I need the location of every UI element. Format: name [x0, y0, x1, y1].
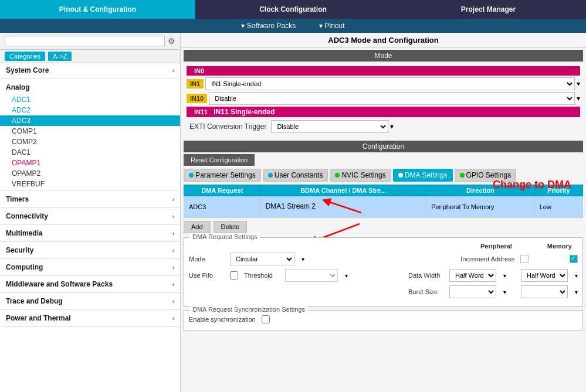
top-nav: Pinout & Configuration Clock Configurati… [0, 0, 586, 33]
sub-nav-pinout[interactable]: ▾ Pinout [319, 22, 344, 30]
tab-dot-parameter [189, 173, 194, 178]
dma-cell-priority: Low [534, 196, 582, 218]
burst-size-label: Burst Size [408, 288, 443, 295]
sidebar-item-adc2[interactable]: ADC2 [0, 105, 180, 115]
memory-data-width-select[interactable]: Half Word [521, 269, 568, 282]
sidebar-item-opamp1[interactable]: OPAMP1 [0, 158, 180, 168]
add-dma-button[interactable]: Add [184, 221, 211, 233]
memory-burst-chevron: ▾ [575, 289, 578, 295]
exti-select[interactable]: Disable [271, 120, 388, 133]
threshold-select[interactable] [285, 269, 338, 282]
tab-user-constants[interactable]: User Constants [263, 169, 328, 182]
peripheral-dw-chevron: ▾ [503, 272, 506, 279]
reset-config-button[interactable]: Reset Configuration [184, 154, 255, 166]
chevron-right-icon-security: › [172, 247, 174, 254]
mode-select[interactable]: Circular [230, 253, 294, 265]
sidebar-section-middleware[interactable]: Middleware and Software Packs › [0, 277, 180, 291]
burst-size-row: Burst Size ▾ ▾ [189, 285, 578, 298]
sidebar-content: System Core › Analog ADC1 ADC2 ADC3 COMP… [0, 63, 180, 392]
sidebar-item-opamp2[interactable]: OPAMP2 [0, 168, 180, 179]
settings-header-row: Peripheral Memory [189, 243, 578, 250]
table-row[interactable]: ADC3 DMA1 Stream 2 [184, 196, 583, 218]
sidebar-section-trace-debug[interactable]: Trace and Debug › [0, 294, 180, 308]
sidebar-section-timers[interactable]: Timers › [0, 192, 180, 206]
mode-chevron-icon[interactable]: ▾ [302, 256, 304, 263]
tab-clock-config[interactable]: Clock Configuration [195, 0, 391, 19]
sub-nav: ▾ Software Packs ▾ Pinout [0, 19, 586, 33]
exti-label: EXTI Conversion Trigger [189, 122, 266, 131]
chevron-right-icon: › [172, 67, 174, 74]
in11-pin: IN11 [191, 108, 211, 115]
tab-dma-settings[interactable]: DMA Settings [393, 169, 453, 182]
search-input[interactable] [5, 36, 165, 46]
dma-table-area: DMA Request BDMA Channel / DMA Stre... D… [184, 185, 583, 218]
sidebar-section-security[interactable]: Security › [0, 243, 180, 257]
sidebar-section-system-core[interactable]: System Core › [0, 63, 180, 77]
in1-row: IN1 IN1 Single-ended ▾ [187, 77, 580, 90]
exti-dropdown-chevron[interactable]: ▾ [390, 122, 394, 131]
tab-parameter-settings[interactable]: Parameter Settings [184, 169, 261, 182]
gear-icon[interactable]: ⚙ [168, 36, 175, 46]
content-title: ADC3 Mode and Configuration [181, 33, 586, 48]
delete-dma-button[interactable]: Delete [214, 221, 248, 233]
sidebar-search-bar: ⚙ [0, 33, 180, 50]
tab-categories[interactable]: Categories [5, 52, 45, 61]
sidebar-section-power-thermal[interactable]: Power and Thermal › [0, 311, 180, 325]
config-section-header: Configuration [184, 141, 583, 152]
in10-row: IN10 Disable ▾ [187, 92, 580, 105]
use-fifo-checkbox[interactable] [230, 271, 238, 279]
annotation-change-dma: Change to DMA [493, 179, 571, 191]
memory-burst-select[interactable] [521, 285, 568, 298]
sidebar-item-adc3[interactable]: ADC3 [0, 115, 180, 126]
tab-dot-user [268, 173, 273, 178]
dma-request-settings-box: DMA Request Settings Peripheral Memory M… [184, 237, 583, 307]
threshold-label: Threshold [244, 272, 279, 279]
peripheral-increment-checkbox[interactable] [520, 255, 529, 263]
sub-nav-software-packs[interactable]: ▾ Software Packs [241, 22, 296, 30]
sidebar-section-analog[interactable]: Analog [0, 80, 180, 94]
enable-sync-checkbox[interactable] [262, 315, 270, 323]
tab-project-manager[interactable]: Project Manager [391, 0, 586, 19]
peripheral-header: Peripheral [480, 243, 512, 250]
sidebar-item-dac1[interactable]: DAC1 [0, 147, 180, 158]
fifo-row: Use Fifo Threshold ▾ Data Width Half Wor… [189, 269, 578, 282]
tab-dot-gpio [460, 173, 465, 178]
tab-pinout-config[interactable]: Pinout & Configuration [0, 0, 195, 19]
exti-row: EXTI Conversion Trigger Disable ▾ [187, 119, 580, 134]
chevron-right-icon-middleware: › [172, 281, 174, 288]
dma-sync-settings-box: DMA Request Synchronization Settings Ena… [184, 310, 583, 331]
sidebar-item-adc1[interactable]: ADC1 [0, 94, 180, 105]
in10-select[interactable]: Disable [209, 92, 575, 105]
red-arrow-icon [320, 198, 367, 216]
enable-sync-label: Enable synchronization [189, 316, 256, 323]
in1-dropdown-chevron[interactable]: ▾ [577, 80, 580, 88]
sidebar-section-computing[interactable]: Computing › [0, 260, 180, 274]
sidebar-item-comp1[interactable]: COMP1 [0, 126, 180, 137]
dma-col-request: DMA Request [184, 185, 261, 196]
sidebar-section-multimedia[interactable]: Multimedia › [0, 226, 180, 240]
sidebar-item-vrefbuf[interactable]: VREFBUF [0, 179, 180, 189]
peripheral-burst-chevron: ▾ [503, 289, 506, 295]
in11-label: IN11 Single-ended [214, 108, 275, 116]
chevron-right-icon-computing: › [172, 264, 174, 271]
data-width-label: Data Width [408, 272, 443, 279]
peripheral-data-width-select[interactable]: Half Word [449, 269, 496, 282]
sidebar-section-connectivity[interactable]: Connectivity › [0, 209, 180, 223]
memory-header: Memory [547, 243, 572, 250]
memory-increment-checkbox[interactable] [570, 255, 578, 263]
content-area: ADC3 Mode and Configuration Mode IN0 IN1… [181, 33, 586, 392]
tab-az[interactable]: A->Z [48, 52, 72, 61]
threshold-chevron-icon[interactable]: ▾ [345, 272, 348, 279]
peripheral-burst-select[interactable] [449, 285, 496, 298]
in10-pin: IN10 [187, 94, 207, 103]
config-section: Reset Configuration Parameter Settings U… [181, 154, 586, 334]
in1-select[interactable]: IN1 Single-ended [205, 77, 575, 90]
dma-cell-direction: Peripheral To Memory [426, 196, 535, 218]
sidebar-tab-bar: Categories A->Z [0, 50, 180, 63]
sidebar-item-comp2[interactable]: COMP2 [0, 137, 180, 147]
tab-nvic-settings[interactable]: NVIC Settings [330, 169, 391, 182]
in10-dropdown-chevron[interactable]: ▾ [577, 94, 580, 103]
in1-pin: IN1 [187, 79, 204, 88]
tab-dot-dma [398, 173, 403, 178]
mode-section-header: Mode [184, 50, 583, 62]
